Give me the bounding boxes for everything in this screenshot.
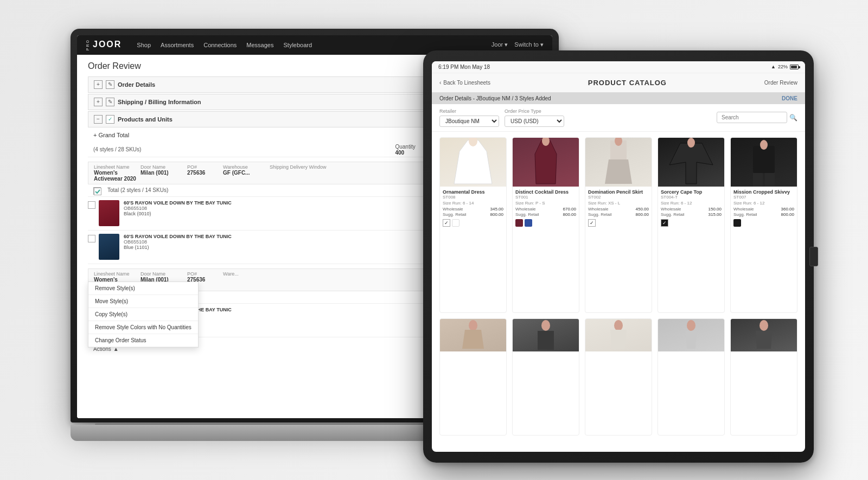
product-card-info-1: Ornamental Dress ST008 Size Run: 6 - 14 … — [440, 187, 506, 230]
product-card-img-1 — [440, 138, 506, 187]
product-card-img-10 — [731, 319, 797, 351]
price-type-filter: Order Price Type USD (USD) — [505, 108, 564, 127]
accordion-expand-shipping[interactable]: + — [94, 98, 103, 106]
svg-point-7 — [760, 140, 768, 150]
product-checkbox-1[interactable] — [88, 201, 95, 209]
product-card-2: Distinct Cocktail Dress ST001 Size Run: … — [512, 137, 579, 313]
card-size-3: Size Run: XS - L — [588, 201, 649, 206]
retailer-label: Retailer — [439, 108, 499, 114]
done-button[interactable]: DONE — [782, 95, 797, 101]
qty-val: 400 — [395, 150, 415, 156]
figure-7 — [513, 319, 579, 351]
product-name-2: 60'S RAYON VOILE DOWN BY THE BAY TUNIC — [124, 234, 443, 240]
search-icon[interactable]: 🔍 — [789, 114, 797, 121]
tablet-screen: 6:19 PM Mon May 18 ▲ 22% ‹ Back To Lines… — [432, 61, 805, 452]
swatch-maroon-2[interactable] — [515, 219, 523, 227]
swatch-check-4[interactable]: ✓ — [661, 219, 668, 227]
nav-right: Joor ▾ Switch to ▾ — [492, 41, 544, 48]
nav-items: Shop Assortments Connections Messages St… — [137, 42, 312, 48]
accordion-products-label: Products and Units — [118, 116, 173, 123]
dress-figure-1 — [440, 138, 506, 187]
context-move-style[interactable]: Move Style(s) — [88, 295, 198, 308]
tablet-home-button[interactable] — [809, 247, 818, 266]
card-price-row-2: Wholesale 670.00 — [515, 207, 576, 212]
door-label: Door Name — [141, 164, 184, 170]
card-name-1: Ornamental Dress — [443, 189, 503, 195]
swatch-blue-2[interactable] — [525, 219, 532, 227]
tablet: 6:19 PM Mon May 18 ▲ 22% ‹ Back To Lines… — [423, 50, 814, 463]
swatch-black-5[interactable] — [733, 219, 741, 227]
product-card-info-2: Distinct Cocktail Dress ST001 Size Run: … — [513, 187, 579, 230]
warehouse-label: Warehouse — [223, 164, 266, 170]
linesheet-name-label: Linesheet Name — [94, 164, 137, 170]
figure-8 — [585, 319, 652, 351]
tablet-time: 6:19 PM Mon May 18 — [438, 64, 490, 70]
back-chevron-icon: ‹ — [439, 80, 441, 86]
svg-point-11 — [541, 320, 550, 331]
wholesale-price-1: 345.00 — [490, 207, 503, 212]
svg-rect-9 — [765, 173, 775, 187]
svg-rect-8 — [753, 173, 763, 187]
swatch-white-1[interactable] — [452, 219, 459, 227]
retail-price-5: 800.00 — [781, 212, 794, 217]
cape-figure-4 — [658, 138, 724, 187]
ls2-wh-label: Ware... — [223, 271, 266, 277]
nav-assortments[interactable]: Assortments — [161, 42, 194, 48]
po-col: PO# 275636 — [187, 164, 220, 182]
product-card-info-5: Mission Cropped Skivvy ST007 Size Run: 6… — [731, 187, 797, 230]
accordion-expand-icon[interactable]: + — [94, 80, 103, 89]
back-to-linesheets[interactable]: ‹ Back To Linesheets — [439, 80, 490, 86]
swatch-check-1[interactable]: ✓ — [443, 219, 450, 227]
nav-styleboard[interactable]: Styleboard — [283, 42, 312, 48]
svg-point-5 — [687, 138, 695, 148]
nav-connections[interactable]: Connections — [203, 42, 237, 48]
battery-fill — [791, 66, 797, 68]
card-name-2: Distinct Cocktail Dress — [515, 189, 576, 195]
accordion-edit-shipping[interactable]: ✎ — [106, 98, 114, 106]
context-menu: Remove Style(s) Move Style(s) Copy Style… — [88, 281, 199, 348]
color-swatches-3: ✓ — [588, 219, 649, 227]
context-change-status[interactable]: Change Order Status — [88, 334, 198, 347]
card-price-row-1: Wholesale 345.00 — [443, 207, 503, 212]
wholesale-lbl-2: Wholesale — [515, 207, 535, 212]
price-type-select[interactable]: USD (USD) — [505, 116, 564, 127]
product-card-img-2 — [513, 138, 579, 187]
order-title: Order Review — [88, 61, 141, 71]
card-retail-row-1: Sugg. Retail 800.00 — [443, 212, 503, 217]
product-checkbox-2[interactable] — [88, 235, 95, 242]
product-card-6 — [439, 318, 507, 435]
search-input[interactable] — [717, 112, 787, 123]
ls2-name-label: Linesheet Name — [94, 271, 137, 277]
product-name-1: 60'S RAYON VOILE DOWN BY THE BAY TUNIC — [124, 200, 443, 206]
nav-joor-account[interactable]: Joor ▾ — [492, 41, 508, 48]
back-label: Back To Linesheets — [443, 80, 490, 86]
swatch-check-3[interactable]: ✓ — [588, 219, 596, 227]
order-details-bar: Order Details - JBoutique NM / 3 Styles … — [432, 93, 805, 104]
context-remove-style[interactable]: Remove Style(s) — [88, 282, 198, 295]
accordion-edit-icon[interactable]: ✎ — [106, 80, 114, 89]
nav-shop[interactable]: Shop — [137, 42, 151, 48]
battery-percent: 22% — [778, 64, 788, 69]
svg-rect-12 — [538, 331, 554, 350]
nav-switch-to[interactable]: Switch to ▾ — [514, 41, 544, 48]
product-image-figure-2 — [99, 234, 119, 260]
accordion-check-products: ✓ — [106, 115, 114, 124]
qty-col: Quantity 400 — [395, 144, 415, 156]
accordion-collapse-products[interactable]: − — [94, 115, 103, 124]
order-review-link[interactable]: Order Review — [764, 80, 797, 86]
po-val: 275636 — [187, 170, 220, 176]
tablet-navbar: ‹ Back To Linesheets PRODUCT CATALOG Ord… — [432, 73, 805, 93]
card-size-2: Size Run: P - S — [515, 201, 576, 206]
retailer-select[interactable]: JBoutique NM — [439, 116, 499, 127]
product-card-img-8 — [585, 319, 652, 351]
nav-messages[interactable]: Messages — [246, 42, 273, 48]
context-copy-style[interactable]: Copy Style(s) — [88, 308, 198, 321]
ls2-po-label: PO# — [187, 271, 220, 277]
logo: PRO JOOR — [86, 39, 122, 50]
card-retail-row-2: Sugg. Retail 800.00 — [515, 212, 576, 217]
context-remove-colors[interactable]: Remove Style Colors with No Quantities — [88, 321, 198, 334]
warehouse-val: GF (GFC... — [223, 170, 266, 176]
figure-9 — [658, 319, 724, 351]
total-checkbox[interactable] — [93, 187, 101, 195]
product-card-img-9 — [658, 319, 724, 351]
